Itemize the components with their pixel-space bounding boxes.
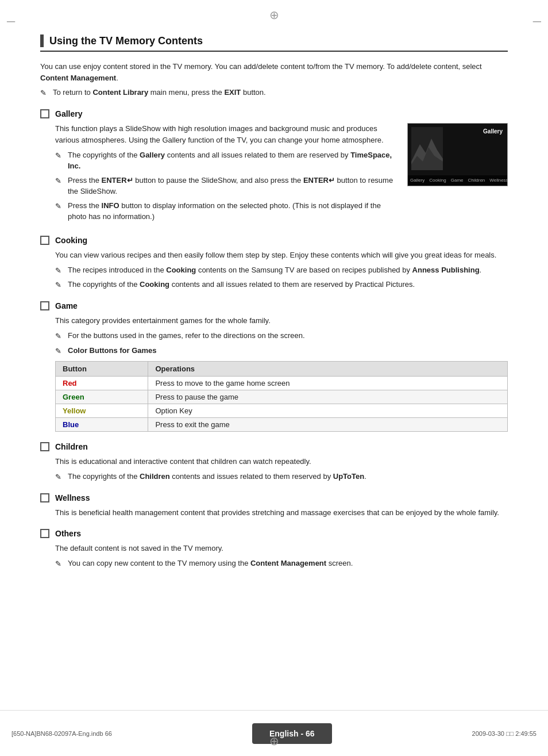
children-note-1: ✎ The copyrights of the Children content…	[55, 471, 508, 483]
gallery-note-3: ✎ Press the INFO button to display infor…	[55, 200, 398, 222]
others-checkbox-icon	[40, 529, 49, 538]
cooking-title: Cooking	[55, 236, 87, 245]
cooking-body: You can view various recipes and then ea…	[55, 250, 508, 291]
children-body-text: This is educational and interactive cont…	[55, 456, 508, 467]
note-icon-c2: ✎	[55, 279, 64, 291]
table-cell-button-green: Green	[56, 390, 148, 404]
intro-note-1: ✎ To return to Content Library main menu…	[40, 87, 508, 99]
game-header: Game	[40, 301, 508, 310]
cooking-note-2-text: The copyrights of the Cooking contents a…	[68, 279, 415, 290]
wellness-header: Wellness	[40, 493, 508, 502]
crosshair-bottom-icon: ⊕	[269, 734, 279, 748]
note-icon-g3: ✎	[55, 201, 64, 212]
table-header-operations: Operations	[148, 362, 508, 377]
game-section: Game This category provides entertainmen…	[40, 301, 508, 432]
gallery-note-1-text: The copyrights of the Gallery contents a…	[68, 149, 398, 172]
note-icon-c1: ✎	[55, 265, 64, 277]
gallery-note-1: ✎ The copyrights of the Gallery contents…	[55, 149, 398, 172]
others-note-1-text: You can copy new content to the TV memor…	[68, 558, 353, 569]
crosshair-right-top-icon: ─	[533, 15, 541, 28]
table-header-button: Button	[56, 362, 148, 377]
bottom-bar: [650-NA]BN68-02097A-Eng.indb 66 English …	[0, 710, 548, 756]
wellness-body: This is beneficial health management con…	[55, 507, 508, 519]
note-icon-g2: ✎	[55, 175, 64, 187]
game-table: Button Operations Red Press to move to t…	[55, 361, 508, 432]
note-text-1: To return to Content Library main menu, …	[53, 87, 266, 98]
children-note-1-text: The copyrights of the Children contents …	[68, 471, 366, 482]
wellness-title: Wellness	[55, 493, 90, 502]
cooking-note-2: ✎ The copyrights of the Cooking contents…	[55, 279, 508, 291]
footer-center: English - 66	[252, 723, 332, 744]
table-cell-op-yellow: Option Key	[148, 404, 508, 418]
others-section: Others The default content is not saved …	[40, 529, 508, 570]
note-icon-g1: ✎	[55, 150, 64, 162]
others-body: The default content is not saved in the …	[55, 543, 508, 570]
table-cell-button-yellow: Yellow	[56, 404, 148, 418]
footer-right: 2009-03-30 □□ 2:49:55	[472, 730, 537, 737]
cooking-note-1-text: The recipes introduced in the Cooking co…	[68, 264, 481, 276]
crosshair-left-top-icon: ─	[7, 15, 15, 28]
game-checkbox-icon	[40, 301, 49, 310]
children-body: This is educational and interactive cont…	[55, 456, 508, 483]
intro-bold: Content Management	[40, 74, 116, 82]
table-row: Yellow Option Key	[56, 404, 508, 418]
children-section: Children This is educational and interac…	[40, 442, 508, 483]
wellness-checkbox-icon	[40, 493, 49, 502]
gallery-note-2-text: Press the ENTER↵ button to pause the Sli…	[68, 175, 398, 197]
note-icon-o1: ✎	[55, 558, 64, 570]
gallery-image: Gallery Gallery Cooking Game Children We…	[407, 123, 508, 186]
section-title-bar: Using the TV Memory Contents	[40, 34, 508, 52]
wellness-body-text: This is beneficial health management con…	[55, 507, 508, 519]
children-title: Children	[55, 442, 88, 451]
section-title: Using the TV Memory Contents	[49, 35, 203, 47]
gallery-body-text: This function plays a SlideShow with hig…	[55, 123, 398, 146]
cooking-header: Cooking	[40, 236, 508, 245]
game-note-1: ✎ For the buttons used in the games, ref…	[55, 330, 508, 342]
game-title: Game	[55, 301, 78, 310]
page-container: ⊕ ─ ─ ⊕ ⊕ Using the TV Memory Contents Y…	[0, 0, 548, 756]
note-icon-gm1: ✎	[55, 331, 64, 342]
game-note-1-text: For the buttons used in the games, refer…	[68, 330, 305, 341]
cooking-note-1: ✎ The recipes introduced in the Cooking …	[55, 264, 508, 277]
table-cell-op-green: Press to pause the game	[148, 390, 508, 404]
intro-text-2: .	[116, 74, 118, 82]
note-icon-ch1: ✎	[55, 471, 64, 483]
table-cell-button-blue: Blue	[56, 418, 148, 432]
game-body: This category provides entertainment gam…	[55, 315, 508, 432]
others-header: Others	[40, 529, 508, 538]
gallery-header: Gallery	[40, 109, 508, 118]
gallery-body: This function plays a SlideShow with hig…	[55, 123, 508, 225]
note-icon-gm2: ✎	[55, 346, 64, 357]
footer-left: [650-NA]BN68-02097A-Eng.indb 66	[11, 730, 112, 737]
gallery-note-2: ✎ Press the ENTER↵ button to pause the S…	[55, 175, 398, 197]
table-cell-op-red: Press to move to the game home screen	[148, 377, 508, 390]
cooking-body-text: You can view various recipes and then ea…	[55, 250, 508, 261]
table-cell-button-red: Red	[56, 377, 148, 390]
game-color-label: Color Buttons for Games	[68, 345, 157, 356]
game-body-text: This category provides entertainment gam…	[55, 315, 508, 327]
cooking-checkbox-icon	[40, 236, 49, 245]
intro-text-1: You can use enjoy content stored in the …	[40, 62, 482, 71]
table-row: Red Press to move to the game home scree…	[56, 377, 508, 390]
gallery-row: This function plays a SlideShow with hig…	[55, 123, 508, 225]
table-row: Blue Press to exit the game	[56, 418, 508, 432]
gallery-text-area: This function plays a SlideShow with hig…	[55, 123, 398, 225]
gallery-title: Gallery	[55, 109, 82, 118]
intro-paragraph: You can use enjoy content stored in the …	[40, 61, 508, 83]
gallery-image-label: Gallery	[483, 128, 503, 135]
wellness-section: Wellness This is beneficial health manag…	[40, 493, 508, 519]
crosshair-top-icon: ⊕	[269, 8, 279, 22]
gallery-menu-bar: Gallery Cooking Game Children Wellness ↩…	[408, 175, 507, 186]
children-checkbox-icon	[40, 442, 49, 451]
gallery-checkbox-icon	[40, 109, 49, 118]
gallery-note-3-text: Press the INFO button to display informa…	[68, 200, 398, 222]
gallery-section: Gallery This function plays a SlideShow …	[40, 109, 508, 225]
note-icon-1: ✎	[40, 87, 49, 99]
game-color-label-line: ✎ Color Buttons for Games	[55, 345, 508, 357]
table-cell-op-blue: Press to exit the game	[148, 418, 508, 432]
cooking-section: Cooking You can view various recipes and…	[40, 236, 508, 291]
table-row: Green Press to pause the game	[56, 390, 508, 404]
title-accent	[40, 34, 44, 47]
others-note-1: ✎ You can copy new content to the TV mem…	[55, 558, 508, 570]
others-body-text: The default content is not saved in the …	[55, 543, 508, 554]
